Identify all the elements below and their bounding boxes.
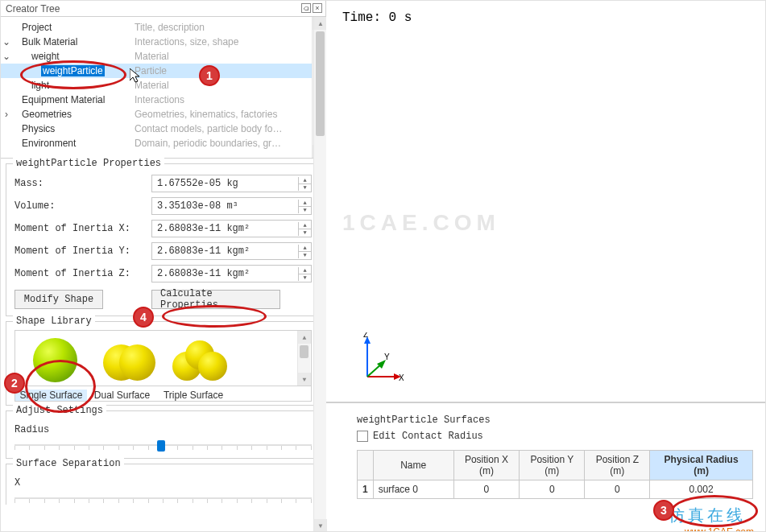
moi-z-label: Moment of Inertia Z:	[14, 268, 151, 279]
spin-up-icon[interactable]: ▲	[298, 222, 311, 229]
watermark-bg: 1CAE.COM	[342, 210, 500, 236]
pin-icon[interactable]: ⫏	[301, 3, 311, 13]
panel-scrollbar[interactable]: ▲ ▼	[313, 17, 326, 532]
sphere-icon	[101, 342, 154, 382]
cell-name[interactable]: surface 0	[373, 480, 453, 499]
spin-up-icon[interactable]: ▲	[298, 245, 311, 251]
calculate-properties-button[interactable]: Calculate Properties...	[151, 290, 280, 309]
shape-library-group: Shape Library ▲ ▼	[6, 321, 321, 406]
row-index: 1	[358, 480, 374, 499]
tree-equipment-material[interactable]: Equipment Material	[12, 94, 131, 105]
col-physical-radius[interactable]: Physical Radius (m)	[650, 451, 753, 480]
collapse-icon[interactable]: ⌄	[1, 51, 12, 62]
watermark-cn: 仿真在线	[669, 505, 746, 526]
scroll-up-icon[interactable]: ▲	[298, 331, 311, 344]
surfaces-table[interactable]: Name Position X (m) Position Y (m) Posit…	[357, 450, 753, 499]
spin-up-icon[interactable]: ▲	[298, 200, 311, 206]
moi-x-input[interactable]: 2.68083e-11 kgm²▲▼	[151, 220, 312, 237]
col-name[interactable]: Name	[373, 451, 453, 480]
viewport-3d[interactable]: Time: 0 s 1CAE.COM Z X Y	[326, 1, 765, 402]
tree-weight-particle[interactable]: weightParticle	[12, 65, 131, 76]
moi-y-label: Moment of Inertia Y:	[14, 245, 151, 257]
volume-label: Volume:	[14, 200, 151, 212]
edit-contact-radius-checkbox[interactable]	[357, 431, 368, 442]
cell-pos-z[interactable]: 0	[585, 480, 650, 499]
scroll-thumb[interactable]	[316, 31, 325, 136]
scroll-up-icon[interactable]: ▲	[314, 17, 327, 30]
tree-weight[interactable]: weight	[12, 51, 131, 62]
volume-input[interactable]: 3.35103e-08 m³▲▼	[151, 197, 312, 215]
expand-icon[interactable]: ›	[1, 109, 12, 120]
tree-geometries[interactable]: Geometries	[12, 109, 131, 120]
tree-bulk-material[interactable]: Bulk Material	[12, 36, 131, 47]
properties-group: weightParticle Properties Mass:1.67552e-…	[6, 163, 321, 316]
moi-x-label: Moment of Inertia X:	[14, 223, 151, 234]
close-icon[interactable]: ×	[313, 3, 322, 13]
shape-scrollbar[interactable]: ▲ ▼	[297, 331, 310, 386]
spin-up-icon[interactable]: ▲	[298, 177, 311, 184]
shape-triple-surface[interactable]	[164, 340, 236, 382]
shape-dual-caption[interactable]: Dual Surface	[87, 390, 157, 401]
slider-handle[interactable]	[157, 440, 165, 452]
mass-input[interactable]: 1.67552e-05 kg▲▼	[151, 175, 312, 192]
cell-pos-y[interactable]: 0	[520, 480, 585, 499]
tree-view[interactable]: ProjectTitle, description ⌄Bulk Material…	[1, 17, 325, 159]
separation-x-slider[interactable]	[14, 492, 312, 505]
radius-label: Radius	[14, 424, 49, 435]
mass-label: Mass:	[14, 178, 151, 189]
tree-light[interactable]: light	[12, 80, 131, 91]
sphere-icon	[33, 338, 77, 382]
col-pos-y[interactable]: Position Y (m)	[520, 451, 585, 480]
surface-separation-title: Surface Separation	[13, 458, 124, 469]
moi-y-input[interactable]: 2.68083e-11 kgm²▲▼	[151, 242, 312, 260]
properties-title: weightParticle Properties	[13, 158, 164, 169]
sphere-icon	[172, 340, 227, 382]
scroll-thumb[interactable]	[300, 345, 308, 358]
panel-title-bar: Creator Tree ⫏ ×	[1, 1, 325, 17]
axes-gizmo: Z X Y	[355, 332, 404, 389]
shape-dual-surface[interactable]	[91, 342, 164, 382]
table-row[interactable]: 1 surface 0 0 0 0 0.002	[358, 480, 753, 499]
surfaces-panel: weightParticle Surfaces Edit Contact Rad…	[326, 402, 765, 531]
surface-separation-group: Surface Separation X	[6, 464, 321, 505]
spin-down-icon[interactable]: ▼	[298, 184, 311, 191]
svg-text:X: X	[399, 373, 404, 382]
adjust-settings-group: Adjust Settings Radius	[6, 410, 321, 459]
cell-physical-radius[interactable]: 0.002	[650, 480, 753, 499]
col-pos-x[interactable]: Position X (m)	[453, 451, 520, 480]
collapse-icon[interactable]: ⌄	[1, 36, 12, 47]
radius-slider[interactable]	[14, 439, 312, 452]
spin-down-icon[interactable]: ▼	[298, 251, 311, 258]
time-label: Time: 0 s	[342, 10, 412, 25]
svg-text:Z: Z	[363, 332, 368, 339]
spin-down-icon[interactable]: ▼	[298, 229, 311, 236]
shape-triple-caption[interactable]: Triple Surface	[157, 390, 230, 401]
tree-project[interactable]: Project	[12, 22, 131, 33]
adjust-settings-title: Adjust Settings	[13, 405, 106, 416]
panel-title: Creator Tree	[6, 3, 60, 14]
tree-physics[interactable]: Physics	[12, 123, 131, 134]
moi-z-input[interactable]: 2.68083e-11 kgm²▲▼	[151, 265, 312, 282]
modify-shape-button[interactable]: Modify Shape	[14, 290, 103, 309]
shape-single-surface[interactable]	[19, 338, 91, 382]
svg-text:Y: Y	[384, 353, 390, 361]
cell-pos-x[interactable]: 0	[453, 480, 520, 499]
shape-single-caption[interactable]: Single Surface	[15, 390, 87, 401]
surfaces-title: weightParticle Surfaces	[357, 414, 765, 426]
tree-environment[interactable]: Environment	[12, 138, 131, 149]
watermark-url: www.1CAE.com	[685, 526, 754, 532]
shape-library-title: Shape Library	[13, 315, 95, 327]
scroll-down-icon[interactable]: ▼	[314, 519, 327, 532]
scroll-down-icon[interactable]: ▼	[298, 373, 311, 386]
spin-up-icon[interactable]: ▲	[298, 267, 311, 274]
separation-x-label: X	[14, 477, 20, 489]
spin-down-icon[interactable]: ▼	[298, 274, 311, 281]
col-pos-z[interactable]: Position Z (m)	[585, 451, 650, 480]
edit-contact-radius-label: Edit Contact Radius	[373, 431, 483, 442]
spin-down-icon[interactable]: ▼	[298, 206, 311, 213]
creator-tree-panel: Creator Tree ⫏ × ProjectTitle, descripti…	[1, 1, 326, 532]
